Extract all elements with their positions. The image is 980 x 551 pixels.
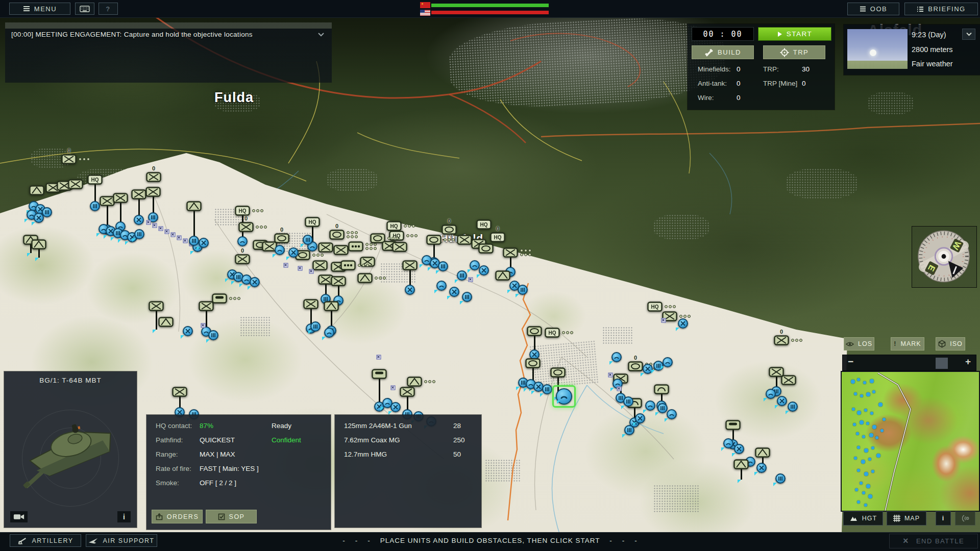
weapon-ammo: 50 <box>453 450 461 458</box>
grid-icon <box>893 515 900 522</box>
build-hammers-icon <box>704 48 714 57</box>
mark-button[interactable]: ! MARK <box>891 337 924 350</box>
zoom-slider-handle[interactable] <box>936 358 948 369</box>
readiness-status: Ready <box>272 422 291 430</box>
tank-render <box>12 399 129 496</box>
control-panel: 00 : 00 START BUILD TRP Minefields:0 <box>688 24 835 110</box>
orders-button[interactable]: ORDERS <box>152 510 203 523</box>
weather-condition: Fair weather <box>912 60 953 68</box>
checkbox-icon <box>218 513 225 520</box>
briefing-label: BRIEFING <box>928 5 965 13</box>
build-label: BUILD <box>718 48 741 56</box>
smoke-row: Smoke:OFF [ 2 / 2 ] <box>156 479 179 487</box>
trp-label: TRP <box>793 48 809 56</box>
minimap-info-button[interactable]: i <box>936 511 951 525</box>
us-strength-bar <box>431 11 549 14</box>
weapon-row: 125mm 2A46M-1 Gun28 <box>344 422 412 430</box>
wire-value: 0 <box>737 94 741 102</box>
camera-view-button[interactable] <box>10 511 28 522</box>
weapon-name: 7.62mm Coax MG <box>344 436 400 444</box>
jet-icon <box>88 537 99 544</box>
weapon-ammo: 250 <box>453 436 465 444</box>
los-button[interactable]: LOS <box>844 337 874 350</box>
camera-icon <box>13 513 24 520</box>
top-bar: MENU ? OOB BRIEFING <box>0 0 980 18</box>
rate-of-fire-label: Rate of fire: <box>156 465 191 472</box>
minimap-radar-button[interactable] <box>955 511 975 525</box>
message-log-collapse-button[interactable] <box>317 30 325 39</box>
message-log[interactable]: [00:00] MEETING ENGAGEMENT: Capture and … <box>5 22 332 83</box>
menu-button[interactable]: MENU <box>9 3 70 15</box>
trp-mine-row: TRP [Mine]0 <box>763 80 797 87</box>
minimap-height-button[interactable]: HGT <box>843 511 883 525</box>
rate-of-fire-row: Rate of fire:FAST [ Main: YES ] <box>156 465 191 472</box>
cube-icon <box>938 340 946 348</box>
weapon-name: 125mm 2A46M-1 Gun <box>344 422 412 430</box>
selected-unit-panel: BG/1: T-64B MBT i <box>4 371 137 528</box>
info-label: i <box>942 515 944 522</box>
mission-timer: 00 : 00 <box>692 27 754 41</box>
weather-collapse-button[interactable] <box>962 29 975 40</box>
artillery-label: ARTILLERY <box>32 537 73 544</box>
briefing-list-icon <box>917 6 924 12</box>
menu-label: MENU <box>34 5 57 13</box>
chevron-down-icon <box>966 32 972 36</box>
unit-status-panel: HQ contact:87% Pathfind:QUICKEST Range:M… <box>146 415 331 530</box>
weapons-panel: 125mm 2A46M-1 Gun28 7.62mm Coax MG250 12… <box>335 415 481 528</box>
weapon-ammo: 28 <box>453 422 461 430</box>
svg-text:HQ: HQ <box>494 235 502 240</box>
us-flag-icon <box>420 10 430 16</box>
wire-label: Wire: <box>698 94 714 102</box>
start-label: START <box>787 30 813 38</box>
build-button[interactable]: BUILD <box>692 45 754 59</box>
pathfind-row: Pathfind:QUICKEST <box>156 436 183 444</box>
air-support-button[interactable]: AIR SUPPORT <box>86 534 157 547</box>
unit-info-button[interactable]: i <box>117 511 131 522</box>
close-x-icon: × <box>903 536 909 546</box>
visibility: 2800 meters <box>912 45 953 54</box>
weapon-name: 12.7mm HMG <box>344 450 387 458</box>
range-row: Range:MAX | MAX <box>156 450 178 458</box>
briefing-button[interactable]: BRIEFING <box>904 3 978 15</box>
minimap[interactable] <box>841 371 980 512</box>
minimap-zoom-slider[interactable]: − + <box>842 355 976 371</box>
sop-label: SOP <box>229 513 245 520</box>
trp-row: TRP:30 <box>763 65 779 73</box>
minefields-label: Minefields: <box>698 65 731 73</box>
compass[interactable]: W E <box>912 226 977 288</box>
selected-unit-box[interactable] <box>552 385 576 408</box>
trp-button[interactable]: TRP <box>763 45 825 59</box>
range-label: Range: <box>156 450 178 458</box>
weapon-row: 7.62mm Coax MG250 <box>344 436 400 444</box>
zoom-in-button[interactable]: + <box>965 356 971 367</box>
hgt-label: HGT <box>862 515 877 522</box>
orders-label: ORDERS <box>167 513 199 520</box>
minimap-boundary <box>842 372 980 512</box>
minimap-map-button[interactable]: MAP <box>887 511 926 525</box>
oob-button[interactable]: OOB <box>847 3 899 15</box>
sop-button[interactable]: SOP <box>206 510 257 523</box>
help-button[interactable]: ? <box>99 3 118 15</box>
artillery-icon <box>17 537 28 544</box>
artillery-button[interactable]: ARTILLERY <box>10 534 81 547</box>
oob-list-icon <box>860 6 866 12</box>
mark-label: MARK <box>901 340 921 347</box>
trp-count-label: TRP: <box>763 65 779 73</box>
status-message: - - - PLACE UNITS AND BUILD OBSTACLES, T… <box>342 537 637 544</box>
hamburger-icon <box>23 6 30 12</box>
start-button[interactable]: START <box>758 27 831 41</box>
zoom-out-button[interactable]: − <box>848 356 853 367</box>
minefields-value: 0 <box>737 65 741 73</box>
iso-button[interactable]: ISO <box>936 337 965 350</box>
hq-contact-row: HQ contact:87% <box>156 422 192 430</box>
hq-contact-value: 87% <box>200 422 213 430</box>
orders-box-icon <box>156 513 163 520</box>
anti-tank-value: 0 <box>737 80 741 87</box>
end-battle-button[interactable]: × END BATTLE <box>889 534 978 548</box>
trp-target-icon <box>780 48 789 57</box>
oob-label: OOB <box>870 5 887 13</box>
wire-row: Wire:0 <box>698 94 714 102</box>
los-label: LOS <box>858 340 872 347</box>
keyboard-shortcuts-button[interactable] <box>75 3 94 15</box>
minefields-row: Minefields:0 <box>698 65 731 73</box>
